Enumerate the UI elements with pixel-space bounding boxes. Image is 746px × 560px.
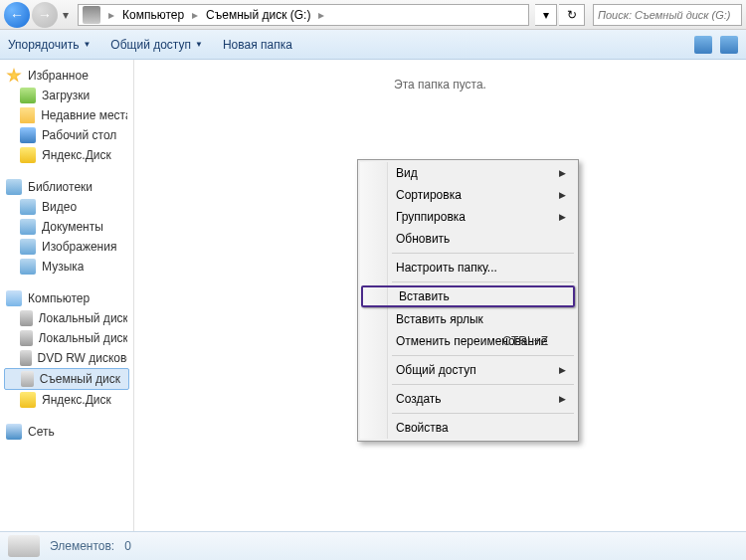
menu-item-refresh[interactable]: Обновить — [360, 228, 576, 250]
dvd-icon — [20, 350, 32, 366]
menu-separator — [392, 413, 574, 414]
chevron-right-icon[interactable]: ▸ — [188, 8, 202, 22]
libraries-header[interactable]: Библиотеки — [0, 177, 133, 197]
network-header[interactable]: Сеть — [0, 422, 133, 442]
sidebar-item-recent[interactable]: Недавние места — [0, 105, 133, 125]
menu-item-paste-shortcut[interactable]: Вставить ярлык — [360, 308, 576, 330]
address-bar[interactable]: ▸ Компьютер ▸ Съемный диск (G:) ▸ — [78, 4, 529, 26]
menu-separator — [392, 355, 574, 356]
disk-icon — [20, 330, 33, 346]
status-bar: Элементов: 0 — [0, 531, 746, 560]
search-box[interactable] — [593, 4, 742, 26]
navigation-bar: ← → ▾ ▸ Компьютер ▸ Съемный диск (G:) ▸ … — [0, 0, 746, 30]
status-elements-label: Элементов: — [50, 539, 114, 553]
menu-item-paste[interactable]: Вставить — [361, 285, 575, 307]
chevron-right-icon: ▶ — [559, 365, 576, 375]
help-icon[interactable] — [720, 36, 738, 54]
picture-icon — [20, 239, 36, 255]
chevron-right-icon: ▶ — [559, 394, 576, 404]
sidebar-item-music[interactable]: Музыка — [0, 257, 133, 277]
libraries-icon — [6, 179, 22, 195]
sidebar-item-documents[interactable]: Документы — [0, 217, 133, 237]
yandex-icon — [20, 147, 36, 163]
menu-item-view[interactable]: Вид▶ — [360, 162, 576, 184]
empty-folder-message: Эта папка пуста. — [134, 78, 746, 92]
document-icon — [20, 219, 36, 235]
content-pane[interactable]: Эта папка пуста. Вид▶ Сортировка▶ Группи… — [134, 60, 746, 531]
new-folder-button[interactable]: Новая папка — [223, 38, 292, 52]
sidebar-item-downloads[interactable]: Загрузки — [0, 86, 133, 105]
drive-icon — [8, 535, 40, 557]
recent-icon — [20, 107, 35, 123]
libraries-label: Библиотеки — [28, 180, 93, 194]
breadcrumb-drive[interactable]: Съемный диск (G:) — [202, 8, 314, 22]
toolbar: Упорядочить▼ Общий доступ▼ Новая папка — [0, 30, 746, 60]
sidebar-item-desktop[interactable]: Рабочий стол — [0, 125, 133, 145]
yandex-icon — [20, 392, 36, 408]
menu-separator — [392, 253, 574, 254]
share-button[interactable]: Общий доступ▼ — [110, 38, 203, 52]
sidebar-item-disk-d[interactable]: Локальный диск (D:) — [0, 328, 133, 348]
navigation-pane: Избранное Загрузки Недавние места Рабочи… — [0, 60, 134, 531]
refresh-button[interactable]: ↻ — [559, 4, 585, 26]
main-area: Избранное Загрузки Недавние места Рабочи… — [0, 60, 746, 531]
search-input[interactable] — [598, 9, 737, 21]
chevron-right-icon: ▶ — [559, 212, 576, 222]
history-dropdown[interactable]: ▾ — [60, 5, 72, 25]
drive-icon — [21, 371, 34, 387]
sidebar-item-pictures[interactable]: Изображения — [0, 237, 133, 257]
computer-icon — [6, 290, 22, 306]
network-label: Сеть — [28, 425, 55, 439]
favorites-label: Избранное — [28, 69, 89, 83]
arrow-left-icon: ← — [10, 7, 24, 23]
disk-icon — [20, 310, 33, 326]
back-button[interactable]: ← — [4, 2, 30, 28]
breadcrumb-computer[interactable]: Компьютер — [118, 8, 188, 22]
sidebar-item-videos[interactable]: Видео — [0, 197, 133, 217]
computer-label: Компьютер — [28, 291, 90, 305]
favorites-header[interactable]: Избранное — [0, 66, 133, 86]
status-elements-count: 0 — [124, 539, 131, 553]
arrow-right-icon: → — [38, 7, 52, 23]
menu-item-share[interactable]: Общий доступ▶ — [360, 359, 576, 381]
chevron-right-icon: ▶ — [559, 190, 576, 200]
menu-separator — [392, 281, 574, 282]
menu-item-create[interactable]: Создать▶ — [360, 388, 576, 410]
forward-button[interactable]: → — [32, 2, 58, 28]
video-icon — [20, 199, 36, 215]
organize-button[interactable]: Упорядочить▼ — [8, 38, 91, 52]
sidebar-item-disk-c[interactable]: Локальный диск (C:) — [0, 308, 133, 328]
desktop-icon — [20, 127, 36, 143]
sidebar-item-yandex-drive[interactable]: Яндекс.Диск — [0, 390, 133, 410]
context-menu: Вид▶ Сортировка▶ Группировка▶ Обновить Н… — [357, 159, 579, 442]
chevron-right-icon: ▶ — [559, 168, 576, 178]
menu-item-undo[interactable]: Отменить переименованиеCTRL+Z — [360, 330, 576, 352]
sidebar-item-dvd[interactable]: DVD RW дисковод (E:) — [0, 348, 133, 368]
network-icon — [6, 424, 22, 440]
menu-separator — [392, 384, 574, 385]
computer-header[interactable]: Компьютер — [0, 288, 133, 308]
drive-icon — [83, 6, 100, 24]
chevron-right-icon[interactable]: ▸ — [314, 8, 328, 22]
menu-item-properties[interactable]: Свойства — [360, 417, 576, 439]
menu-item-sort[interactable]: Сортировка▶ — [360, 184, 576, 206]
star-icon — [6, 68, 22, 84]
view-options-icon[interactable] — [694, 36, 712, 54]
menu-item-group[interactable]: Группировка▶ — [360, 206, 576, 228]
menu-item-customize[interactable]: Настроить папку... — [360, 257, 576, 279]
downloads-icon — [20, 88, 36, 103]
sidebar-item-removable[interactable]: Съемный диск (G:) — [4, 368, 129, 390]
sidebar-item-yandex[interactable]: Яндекс.Диск — [0, 145, 133, 165]
address-dropdown[interactable]: ▾ — [535, 4, 557, 26]
chevron-right-icon[interactable]: ▸ — [104, 8, 118, 22]
music-icon — [20, 259, 36, 275]
